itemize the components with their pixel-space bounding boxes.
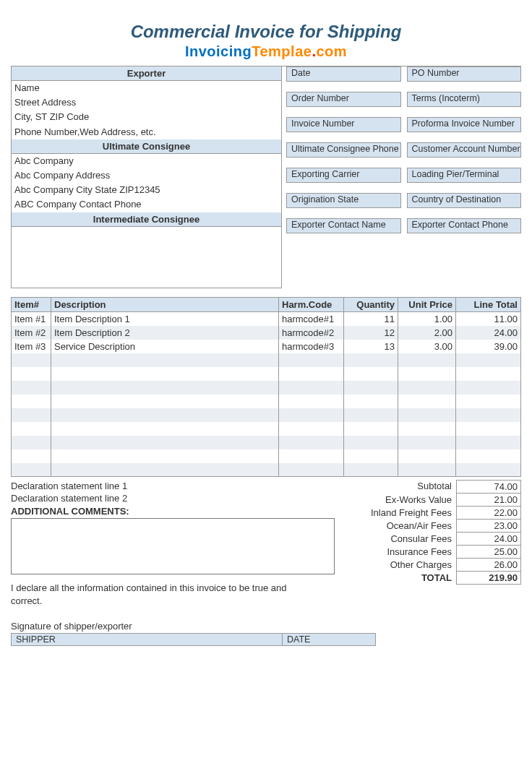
field-label: Order Number [286,92,401,107]
cell-harm: harmcode#1 [279,311,344,326]
cell-harm [279,381,344,395]
cell-total [456,367,521,381]
date-label-cell: DATE [282,633,376,646]
table-row [12,422,521,436]
cell-item [12,463,51,477]
col-desc: Description [51,297,279,311]
cell-item [12,353,51,367]
cell-desc: Item Description 1 [51,311,279,326]
totals-label: Other Charges [340,559,456,572]
cell-harm [279,436,344,449]
top-info-grid: Exporter Name Street Address City, ST ZI… [11,66,521,288]
declaration-line-1: Declaration statement line 1 [11,480,335,492]
table-row [12,408,521,422]
totals-value: 24.00 [456,533,521,546]
cell-desc [51,436,279,449]
field-label: Terms (Incoterm) [407,92,522,107]
cell-desc [51,408,279,422]
cell-desc [51,422,279,436]
cell-harm: harmcode#2 [279,326,344,340]
cell-harm [279,449,344,463]
field-label: Exporting Carrier [286,168,401,183]
cell-desc [51,353,279,367]
additional-comments-label: ADDITIONAL COMMENTS: [11,504,335,517]
cell-desc: Item Description 2 [51,326,279,340]
cell-total: 39.00 [456,340,521,353]
totals-row: Ex-Works Value21.00 [340,494,521,507]
logo: InvoicingTemplae.com [11,43,521,60]
items-header-row: Item# Description Harm.Code Quantity Uni… [12,297,521,311]
cell-price [398,436,456,449]
cell-price [398,408,456,422]
table-row [12,367,521,381]
table-row [12,463,521,477]
ultimate-phone: ABC Company Contact Phone [12,197,281,212]
cell-total [456,422,521,436]
signature-block: Signature of shipper/exporter SHIPPER DA… [11,621,521,646]
page-title: Commercial Invoice for Shipping [11,22,521,42]
exporter-city: City, ST ZIP Code [12,110,281,124]
exporter-contact: Phone Number,Web Address, etc. [12,125,281,139]
cell-price [398,449,456,463]
cell-harm [279,463,344,477]
items-table: Item# Description Harm.Code Quantity Uni… [11,297,521,478]
field-label: Exporter Contact Phone [407,218,522,233]
cell-total: 11.00 [456,311,521,326]
totals-value: 23.00 [456,520,521,533]
field-label: PO Number [407,66,522,82]
footer-left: Declaration statement line 1 Declaration… [11,480,340,608]
cell-item: Item #3 [12,340,51,353]
table-row [12,436,521,449]
field-label: Proforma Invoice Number [407,117,522,132]
col-qty: Quantity [344,297,398,311]
cell-price [398,395,456,408]
cell-price [398,353,456,367]
intermediate-consignee-heading: Intermediate Consignee [12,212,281,227]
cell-price [398,422,456,436]
cell-item: Item #2 [12,326,51,340]
cell-desc [51,367,279,381]
cell-desc: Service Description [51,340,279,353]
field-label: Country of Destination [407,193,522,208]
declaration-text: I declare all the information contained … [11,582,314,608]
totals-block: Subtotal74.00Ex-Works Value21.00Inland F… [340,480,521,608]
cell-qty [344,395,398,408]
cell-total [456,463,521,477]
totals-label: Consular Fees [340,533,456,546]
totals-row: Insurance Fees25.00 [340,546,521,559]
table-row [12,449,521,463]
cell-qty: 12 [344,326,398,340]
field-label: Origination State [286,193,401,208]
field-label: Customer Account Number [407,142,522,158]
cell-total [456,395,521,408]
declaration-line-2: Declaration statement line 2 [11,492,335,504]
cell-item: Item #1 [12,311,51,326]
totals-value: 21.00 [456,494,521,507]
col-item: Item# [12,297,51,311]
totals-label: Insurance Fees [340,546,456,559]
table-row: Item #2Item Description 2harmcode#2122.0… [12,326,521,340]
cell-desc [51,381,279,395]
additional-comments-box[interactable] [11,518,335,574]
table-row [12,395,521,408]
totals-row: Subtotal74.00 [340,480,521,494]
cell-qty [344,463,398,477]
cell-qty [344,353,398,367]
cell-item [12,367,51,381]
exporter-heading: Exporter [12,66,281,81]
cell-qty [344,436,398,449]
cell-desc [51,463,279,477]
cell-total [456,408,521,422]
totals-row: Other Charges26.00 [340,559,521,572]
left-parties-column: Exporter Name Street Address City, ST ZI… [11,66,282,288]
cell-qty: 11 [344,311,398,326]
shipper-label-cell: SHIPPER [11,633,282,646]
cell-item [12,449,51,463]
cell-harm [279,422,344,436]
totals-label: TOTAL [340,572,456,585]
header: Commercial Invoice for Shipping Invoicin… [11,22,521,60]
totals-value: 22.00 [456,507,521,520]
cell-price: 2.00 [398,326,456,340]
totals-row: Consular Fees24.00 [340,533,521,546]
right-labels-grid: DatePO NumberOrder NumberTerms (Incoterm… [282,66,521,288]
